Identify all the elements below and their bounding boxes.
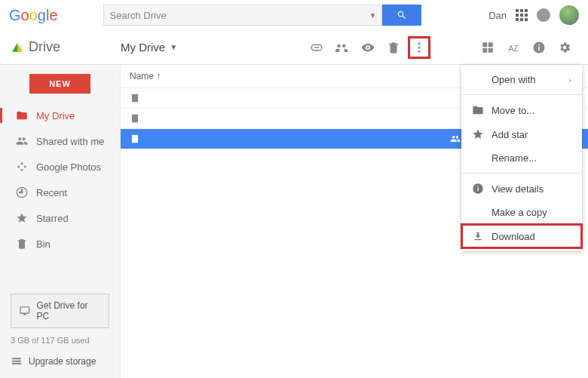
search-input[interactable]: Search Drive ▼ xyxy=(103,5,382,26)
app-name: Drive xyxy=(29,39,60,55)
menu-label: Open with xyxy=(492,74,536,85)
menu-download[interactable]: Download xyxy=(461,224,582,248)
breadcrumb-label: My Drive xyxy=(121,41,165,54)
star-icon xyxy=(15,211,29,225)
header-right: Dan xyxy=(488,5,579,25)
svg-rect-15 xyxy=(477,188,478,192)
sidebar-item-recent[interactable]: Recent xyxy=(0,180,120,205)
app-bar: Drive My Drive ▼ AZ xyxy=(0,30,588,65)
search-button[interactable] xyxy=(382,5,421,26)
sidebar-item-my-drive[interactable]: My Drive xyxy=(0,103,120,128)
get-link-button[interactable] xyxy=(305,36,328,59)
avatar[interactable] xyxy=(559,5,579,25)
clock-icon xyxy=(15,186,29,199)
header: Google Search Drive ▼ Dan xyxy=(0,0,588,30)
get-drive-pc-label: Get Drive for PC xyxy=(37,300,101,321)
get-drive-pc-button[interactable]: Get Drive for PC xyxy=(11,293,109,328)
share-button[interactable] xyxy=(331,36,354,59)
svg-rect-3 xyxy=(482,42,487,47)
sidebar-item-shared[interactable]: Shared with me xyxy=(0,128,120,154)
search-dropdown-icon[interactable]: ▼ xyxy=(369,11,377,20)
folder-icon xyxy=(472,104,484,116)
trash-icon xyxy=(15,237,29,250)
menu-separator xyxy=(461,94,582,95)
menu-view-details[interactable]: View details xyxy=(461,177,582,201)
menu-rename[interactable]: Rename... xyxy=(461,146,582,170)
sidebar-item-label: Shared with me xyxy=(36,136,104,147)
menu-make-copy[interactable]: Make a copy xyxy=(461,201,582,224)
people-icon xyxy=(15,134,29,148)
menu-label: Add star xyxy=(492,129,528,140)
folder-icon xyxy=(15,109,29,122)
more-actions-button[interactable] xyxy=(408,36,430,59)
menu-label: Move to... xyxy=(492,105,534,116)
download-icon xyxy=(472,230,484,242)
svg-rect-6 xyxy=(488,48,493,52)
menu-label: Make a copy xyxy=(492,207,547,218)
grid-view-button[interactable] xyxy=(476,36,499,59)
sidebar-item-bin[interactable]: Bin xyxy=(0,231,120,257)
trash-button[interactable] xyxy=(382,36,405,59)
svg-rect-12 xyxy=(132,115,138,123)
svg-point-0 xyxy=(418,42,421,45)
sidebar-item-starred[interactable]: Starred xyxy=(0,205,120,231)
body: NEW My Drive Shared with me Google Photo… xyxy=(0,65,588,378)
menu-move-to[interactable]: Move to... xyxy=(461,98,582,122)
content: Name ↑ Owner Last me 11 A me 13 A me 8 S… xyxy=(121,65,588,378)
photos-icon xyxy=(15,160,29,174)
new-button[interactable]: NEW xyxy=(29,74,90,94)
breadcrumb[interactable]: My Drive ▼ xyxy=(121,41,177,54)
svg-rect-13 xyxy=(132,135,138,143)
sidebar: NEW My Drive Shared with me Google Photo… xyxy=(0,65,121,378)
svg-rect-11 xyxy=(132,94,138,103)
settings-button[interactable] xyxy=(553,36,576,59)
sidebar-item-label: Recent xyxy=(36,187,67,198)
info-button[interactable] xyxy=(528,36,550,59)
svg-point-2 xyxy=(418,50,421,52)
menu-label: View details xyxy=(492,183,544,195)
username[interactable]: Dan xyxy=(488,10,507,21)
sort-button[interactable]: AZ xyxy=(502,36,525,59)
chevron-down-icon: ▼ xyxy=(170,43,177,51)
upgrade-label: Upgrade storage xyxy=(29,356,96,367)
svg-rect-9 xyxy=(538,46,540,50)
search-wrap: Search Drive ▼ xyxy=(103,5,421,26)
context-menu: Open with › Move to... Add star Rename..… xyxy=(461,65,582,251)
info-icon xyxy=(472,183,484,195)
svg-rect-5 xyxy=(482,48,487,52)
svg-text:AZ: AZ xyxy=(508,43,519,52)
notifications-icon[interactable] xyxy=(537,8,550,22)
search-icon xyxy=(397,10,407,20)
upgrade-storage-button[interactable]: Upgrade storage xyxy=(0,351,120,378)
sidebar-item-label: Google Photos xyxy=(36,161,101,173)
sidebar-item-label: Starred xyxy=(36,213,69,224)
drive-logo[interactable]: Drive xyxy=(12,39,121,55)
file-icon xyxy=(130,93,140,103)
search-placeholder: Search Drive xyxy=(110,10,167,21)
toolbar xyxy=(305,36,430,59)
menu-add-star[interactable]: Add star xyxy=(461,122,582,146)
storage-text: 3 GB of 117 GB used xyxy=(0,336,120,351)
sidebar-item-label: My Drive xyxy=(36,110,75,121)
svg-rect-10 xyxy=(538,44,540,45)
col-name-header[interactable]: Name ↑ xyxy=(130,71,470,81)
sidebar-bottom: Get Drive for PC 3 GB of 117 GB used Upg… xyxy=(0,286,120,378)
row-name xyxy=(130,113,440,124)
sidebar-item-photos[interactable]: Google Photos xyxy=(0,154,120,180)
google-logo[interactable]: Google xyxy=(9,7,58,24)
menu-label: Rename... xyxy=(492,152,537,164)
svg-point-1 xyxy=(418,46,421,48)
menu-open-with[interactable]: Open with › xyxy=(461,68,582,91)
menu-label: Download xyxy=(492,231,535,242)
svg-rect-4 xyxy=(488,42,493,47)
menu-separator xyxy=(461,173,582,174)
preview-button[interactable] xyxy=(357,36,379,59)
sidebar-item-label: Bin xyxy=(36,238,51,250)
apps-icon[interactable] xyxy=(516,9,528,21)
file-icon xyxy=(130,134,140,144)
row-name xyxy=(130,134,440,144)
chevron-right-icon: › xyxy=(568,75,571,85)
drive-icon xyxy=(12,43,23,52)
svg-rect-16 xyxy=(477,186,478,186)
monitor-icon xyxy=(19,305,31,317)
